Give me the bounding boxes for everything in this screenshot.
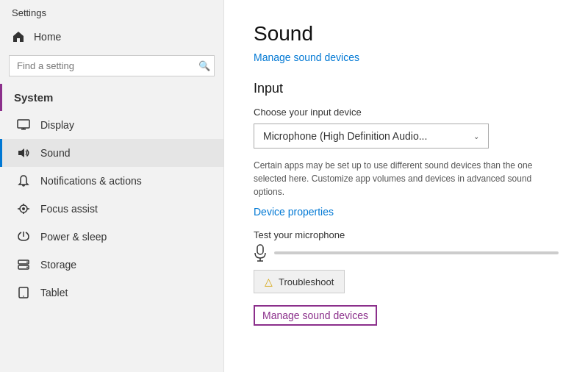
notifications-icon bbox=[17, 174, 30, 187]
main-content: Sound Manage sound devices Input Choose … bbox=[224, 0, 588, 372]
system-label: System bbox=[14, 91, 53, 104]
app-title: Settings bbox=[0, 0, 223, 23]
input-section-title: Input bbox=[254, 81, 559, 96]
nav-label: Notifications & actions bbox=[40, 175, 142, 187]
home-label: Home bbox=[34, 31, 61, 43]
sidebar-item-notifications[interactable]: Notifications & actions bbox=[0, 167, 223, 195]
sidebar: Settings Home 🔍 System Display bbox=[0, 0, 224, 372]
svg-rect-17 bbox=[257, 245, 263, 254]
svg-point-14 bbox=[26, 267, 28, 268]
manage-sound-devices-bottom-link[interactable]: Manage sound devices bbox=[254, 305, 377, 326]
svg-point-5 bbox=[22, 207, 25, 210]
nav-label: Power & sleep bbox=[40, 231, 107, 243]
svg-marker-3 bbox=[18, 149, 24, 157]
hint-text: Certain apps may be set up to use differ… bbox=[254, 159, 559, 198]
manage-sound-devices-top-link[interactable]: Manage sound devices bbox=[254, 51, 359, 63]
mic-level-bar bbox=[274, 251, 559, 254]
dropdown-arrow-icon: ⌄ bbox=[473, 132, 479, 140]
input-device-value: Microphone (High Definition Audio... bbox=[263, 130, 427, 142]
page-title: Sound bbox=[254, 22, 559, 46]
sidebar-item-display[interactable]: Display bbox=[0, 111, 223, 139]
sidebar-item-storage[interactable]: Storage bbox=[0, 251, 223, 279]
display-icon bbox=[17, 118, 30, 132]
troubleshoot-label: Troubleshoot bbox=[279, 276, 334, 287]
mic-bar-row bbox=[254, 246, 559, 260]
nav-label: Focus assist bbox=[40, 203, 98, 215]
svg-point-13 bbox=[26, 262, 28, 263]
search-container: 🔍 bbox=[9, 55, 215, 76]
nav-label: Storage bbox=[40, 259, 76, 271]
power-icon bbox=[17, 230, 30, 243]
tablet-icon bbox=[17, 286, 30, 299]
nav-label: Display bbox=[40, 119, 74, 131]
device-properties-link[interactable]: Device properties bbox=[254, 206, 334, 218]
troubleshoot-button[interactable]: △ Troubleshoot bbox=[254, 270, 345, 293]
nav-label: Sound bbox=[40, 147, 70, 159]
storage-icon bbox=[17, 258, 30, 271]
sidebar-item-power[interactable]: Power & sleep bbox=[0, 223, 223, 251]
sound-icon bbox=[17, 146, 30, 160]
svg-rect-2 bbox=[24, 128, 25, 129]
input-device-dropdown-container: Microphone (High Definition Audio... ⌄ bbox=[254, 124, 559, 149]
nav-label: Tablet bbox=[40, 287, 68, 298]
warning-icon: △ bbox=[265, 276, 273, 287]
sidebar-item-sound[interactable]: Sound bbox=[0, 139, 223, 167]
sidebar-item-tablet[interactable]: Tablet bbox=[0, 279, 223, 307]
svg-point-16 bbox=[23, 296, 24, 297]
svg-rect-0 bbox=[18, 120, 29, 128]
device-properties-container: Device properties bbox=[254, 206, 559, 218]
microphone-icon bbox=[254, 246, 267, 260]
home-icon bbox=[12, 30, 25, 43]
sidebar-item-focus[interactable]: Focus assist bbox=[0, 195, 223, 223]
input-device-label: Choose your input device bbox=[254, 107, 559, 118]
input-device-dropdown[interactable]: Microphone (High Definition Audio... ⌄ bbox=[254, 124, 489, 149]
test-mic-label: Test your microphone bbox=[254, 229, 559, 240]
sidebar-item-system[interactable]: System bbox=[0, 84, 223, 111]
search-input[interactable] bbox=[9, 55, 215, 76]
sidebar-item-home[interactable]: Home bbox=[0, 23, 223, 51]
search-button[interactable]: 🔍 bbox=[198, 60, 210, 71]
focus-icon bbox=[17, 202, 30, 215]
nav-list: Display Sound Notifications & actions bbox=[0, 111, 223, 307]
